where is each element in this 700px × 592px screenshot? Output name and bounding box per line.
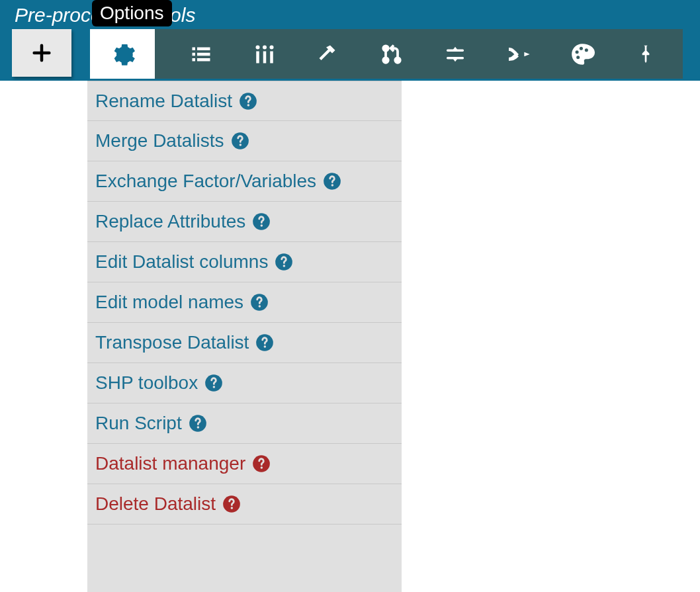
gear-icon [109,41,136,67]
options-dropdown-panel: Rename DatalistMerge DatalistsExchange F… [87,81,402,592]
svg-point-15 [576,50,579,54]
help-icon[interactable] [204,374,223,392]
help-icon[interactable] [250,293,269,312]
svg-rect-0 [193,47,196,50]
palette-icon [570,42,595,67]
toolbar-item-hammer[interactable] [296,29,360,79]
menu-item-label: Replace Attributes [95,211,245,232]
svg-rect-9 [256,51,259,63]
menu-item-label: Delete Datalist [95,493,216,515]
menu-item[interactable]: Edit Datalist columns [87,242,402,282]
menu-item[interactable]: SHP toolbox [87,363,402,403]
svg-point-17 [585,48,588,52]
svg-point-12 [383,46,388,51]
toolbar-item-list[interactable] [169,29,233,79]
menu-item[interactable]: Delete Datalist [87,484,402,525]
menu-item-label: Edit Datalist columns [95,251,268,273]
svg-rect-10 [263,51,267,63]
help-icon[interactable] [252,454,271,473]
menu-item[interactable]: Datalist mananger [87,444,402,484]
svg-rect-5 [197,58,210,62]
hammer-icon [316,42,340,66]
help-icon[interactable] [252,212,271,231]
add-button[interactable] [12,29,71,77]
menu-item-label: SHP toolbox [95,372,198,394]
svg-rect-4 [193,58,196,62]
options-button[interactable] [90,29,155,79]
toolbar-item-pull-request[interactable] [360,29,423,79]
svg-point-20 [247,104,250,106]
help-icon[interactable] [239,92,257,110]
menu-item[interactable]: Transpose Datalist [87,323,402,363]
help-icon[interactable] [231,132,249,150]
menu-item-label: Exchange Factor/Variables [95,171,316,192]
menu-item-label: Edit model names [95,292,243,313]
svg-point-24 [331,184,334,187]
svg-point-14 [395,58,400,63]
toolbar-item-palette[interactable] [550,29,614,79]
pull-request-icon [380,42,404,66]
list-icon [189,42,213,66]
svg-point-32 [264,345,267,348]
help-icon[interactable] [222,495,241,513]
menu-item[interactable]: Exchange Factor/Variables [87,161,402,202]
svg-rect-2 [193,52,196,56]
menu-item-label: Datalist mananger [95,453,245,474]
toolbar-item-pin[interactable] [614,29,678,79]
toolbar-item-arrow-merge[interactable] [487,29,550,79]
svg-point-30 [259,305,261,308]
svg-rect-3 [197,52,210,56]
svg-point-16 [580,46,583,50]
svg-point-38 [261,466,263,469]
svg-point-34 [213,386,216,388]
columns-icon [253,42,277,66]
arrow-merge-icon [505,41,532,67]
options-tooltip: Options [92,0,172,26]
header-bar: Pre-processing tools Options [0,0,700,81]
menu-item[interactable]: Edit model names [87,282,402,323]
toolbar-row [12,29,683,79]
svg-point-7 [263,45,267,49]
svg-rect-11 [270,51,273,63]
svg-point-13 [383,58,388,63]
help-icon[interactable] [323,172,341,190]
help-icon[interactable] [255,333,274,352]
svg-point-36 [197,426,199,429]
svg-point-28 [283,265,286,267]
svg-point-40 [231,507,234,509]
svg-point-26 [261,224,263,227]
plus-icon [30,42,53,64]
menu-item-label: Run Script [95,413,182,434]
menu-item[interactable]: Rename Datalist [87,81,402,121]
dark-toolbar [155,29,683,79]
slider-icon [444,43,466,65]
toolbar-item-columns[interactable] [233,29,296,79]
help-icon[interactable] [275,253,293,271]
menu-item[interactable]: Run Script [87,403,402,444]
svg-rect-1 [197,47,210,50]
menu-item[interactable]: Replace Attributes [87,202,402,242]
help-icon[interactable] [189,414,207,433]
menu-item-label: Merge Datalists [95,130,224,151]
menu-item-label: Rename Datalist [95,91,232,112]
toolbar-item-slider[interactable] [423,29,487,79]
menu-item-label: Transpose Datalist [95,332,249,353]
svg-point-6 [256,45,260,49]
pin-icon [635,44,656,65]
svg-point-22 [239,144,241,146]
svg-point-18 [576,56,580,59]
svg-point-8 [270,45,274,49]
menu-item[interactable]: Merge Datalists [87,121,402,161]
